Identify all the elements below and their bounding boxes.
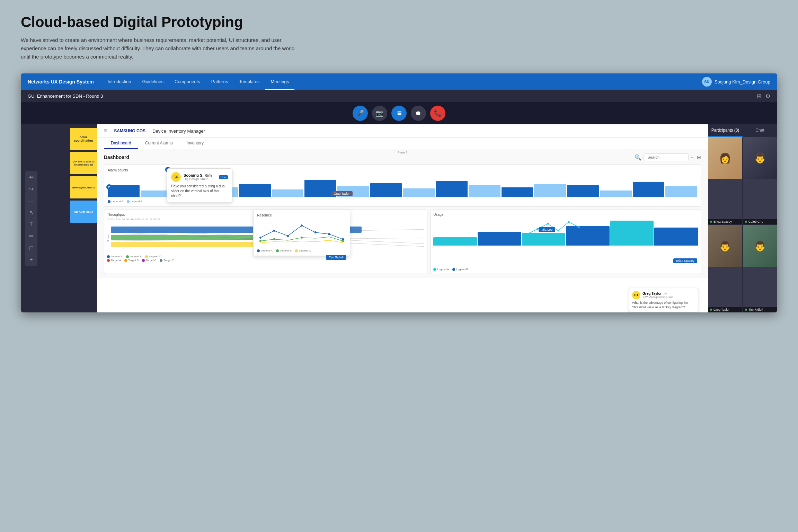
top-nav: Networks UX Design System Introduction G… (21, 73, 777, 90)
tim-photo: 👨 (743, 225, 777, 267)
user-avatar: SK (702, 77, 712, 87)
greg-comment-text: What is the advantage of configuring the… (632, 301, 695, 309)
tooltip-name: Soojung S. Kim (184, 173, 212, 177)
page-number: Page 2 (398, 151, 408, 154)
svg-point-11 (301, 224, 303, 227)
video-button[interactable]: 📷 (372, 106, 387, 121)
svg-point-8 (259, 237, 261, 239)
greg-name-bar: Greg Taylor (708, 307, 742, 312)
grid-icon[interactable]: ⊞ (757, 93, 761, 99)
app-window: Networks UX Design System Introduction G… (21, 73, 777, 312)
samsung-nav: ≡ SAMSUNG COS Device Inventory Manager (97, 124, 708, 138)
svg-point-23 (568, 221, 570, 223)
record-button[interactable]: ⏺ (411, 106, 426, 121)
tim-name: Tim Ridloff (748, 308, 763, 311)
sticky-note-color-coordination[interactable]: color coordination (70, 128, 97, 150)
call-controls: 🎤 📷 🖥 ⏺ 📞 (21, 102, 777, 124)
right-panel: Participants (8) Chat 👩 Erica Spacey 👨 (708, 124, 777, 312)
mic-button[interactable]: 🎤 (353, 106, 368, 121)
samsung-logo: SAMSUNG COS (114, 128, 145, 133)
usage-title: Usage (433, 213, 698, 216)
erica-status-dot (710, 221, 712, 223)
screen-share-button[interactable]: 🖥 (391, 106, 407, 121)
resource-chart: Resource (253, 210, 350, 256)
prototype-area: ≡ SAMSUNG COS Device Inventory Manager D… (97, 124, 708, 312)
more-icon[interactable]: ··· (691, 154, 695, 160)
caleb-status-dot (745, 221, 747, 223)
nav-user[interactable]: SK Soojung Kim_Design Group (702, 77, 770, 87)
expand-icon[interactable]: ⊞ (697, 154, 701, 160)
usage-chart: Usage (430, 210, 701, 274)
sub-header: GUI Enhancement for SDN - Round 3 ⊞ ⚙ (21, 90, 777, 102)
erica-name-bar: Erica Spacey (708, 219, 742, 224)
tim-name-bar: Tim Ridloff (743, 307, 777, 312)
greg-taylor-comment: GT Greg Taylor 2h S/W Management Group W… (629, 288, 698, 312)
nav-item-templates[interactable]: Templates (233, 73, 265, 90)
tooltip-text: Have you considered putting a dual slide… (171, 184, 228, 198)
nav-brand: Networks UX Design System (28, 79, 94, 85)
participant-greg: 👨 Greg Taylor (708, 225, 742, 312)
resource-chart-title: Resource (257, 213, 346, 217)
svg-point-9 (273, 230, 275, 232)
svg-point-19 (526, 233, 528, 235)
greg-avatar: GT (632, 291, 640, 299)
add-icon[interactable]: + (27, 256, 35, 264)
eraser-icon[interactable]: ◻ (27, 244, 35, 252)
erica-spacey-tag: Erica Spacey (673, 258, 697, 263)
nav-item-components[interactable]: Components (169, 73, 206, 90)
participant-caleb: 👨 Caleb Cho (743, 137, 777, 224)
minus-icon[interactable]: — (27, 197, 35, 205)
nav-item-guidelines[interactable]: Guidelines (137, 73, 169, 90)
nav-item-introduction[interactable]: Introduction (102, 73, 137, 90)
chat-tab[interactable]: Chat (743, 124, 777, 137)
tool-panel: ↩ ↪ — ↖ T ✏ ◻ + (25, 171, 37, 266)
dashboard-section-title: Dashboard (104, 154, 129, 160)
svg-point-13 (328, 233, 330, 235)
left-sidebar: ↩ ↪ — ↖ T ✏ ◻ + color coordination GIF f… (21, 124, 97, 312)
participant-tim: 👨 Tim Ridloff (743, 225, 777, 312)
participants-tab[interactable]: Participants (8) (708, 124, 743, 137)
settings-icon[interactable]: ⚙ (765, 93, 770, 99)
greg-status-dot (710, 309, 712, 311)
samsung-app: ≡ SAMSUNG COS Device Inventory Manager D… (97, 124, 708, 312)
undo-icon[interactable]: ↩ (27, 173, 35, 181)
svg-point-17 (301, 237, 303, 239)
caleb-name-bar: Caleb Cho (743, 219, 777, 224)
new-tag: New (219, 175, 228, 179)
svg-point-12 (314, 231, 317, 233)
alarm-counts-chart: Alarm counts (104, 165, 701, 207)
sticky-note-gif[interactable]: GIF file to add to onboarding UI (70, 152, 97, 174)
dashboard-body: Page 2 Dashboard 🔍 ··· ⊞ Alarm coun (97, 149, 708, 278)
cursor-icon[interactable]: ↖ (27, 209, 35, 217)
svg-point-18 (342, 240, 344, 242)
tooltip-avatar: SK (171, 172, 181, 182)
comment-tooltip: SK Soojung S. Kim HQ Design Group New Ha… (167, 168, 232, 202)
tooltip-org: HQ Design Group (184, 177, 212, 181)
sticky-note-new-layout[interactable]: New layout drafts (70, 176, 97, 198)
main-content: ↩ ↪ — ↖ T ✏ ◻ + color coordination GIF f… (21, 124, 777, 312)
greg-org: S/W Management Group (642, 295, 673, 299)
search-input[interactable] (644, 153, 689, 161)
tab-dashboard[interactable]: Dashboard (104, 138, 138, 149)
greg-name: Greg Taylor (642, 292, 662, 295)
dashboard-header: Dashboard 🔍 ··· ⊞ (104, 153, 701, 161)
redo-icon[interactable]: ↪ (27, 185, 35, 193)
tab-current-alarms[interactable]: Current Alarms (138, 138, 180, 149)
svg-point-21 (547, 223, 549, 225)
nav-item-patterns[interactable]: Patterns (206, 73, 233, 90)
end-call-button[interactable]: 📞 (430, 106, 445, 121)
resource-line-svg (257, 219, 346, 246)
nav-item-meetings[interactable]: Meetings (265, 73, 294, 90)
tim-ridloff-tag: Tim Ridloff (326, 255, 346, 260)
tab-inventory[interactable]: Inventory (180, 138, 211, 149)
text-icon[interactable]: T (27, 220, 35, 229)
search-icon: 🔍 (635, 154, 641, 161)
svg-point-20 (537, 228, 539, 230)
hamburger-icon[interactable]: ≡ (104, 128, 107, 134)
pen-icon[interactable]: ✏ (27, 232, 35, 240)
mia-lee-tag: Mia Lee (539, 227, 555, 232)
sticky-note-ad-auth[interactable]: AD Auth Issue (70, 201, 97, 223)
svg-point-10 (287, 235, 289, 237)
caleb-name: Caleb Cho (748, 220, 763, 223)
nav-items: Introduction Guidelines Components Patte… (102, 73, 702, 90)
